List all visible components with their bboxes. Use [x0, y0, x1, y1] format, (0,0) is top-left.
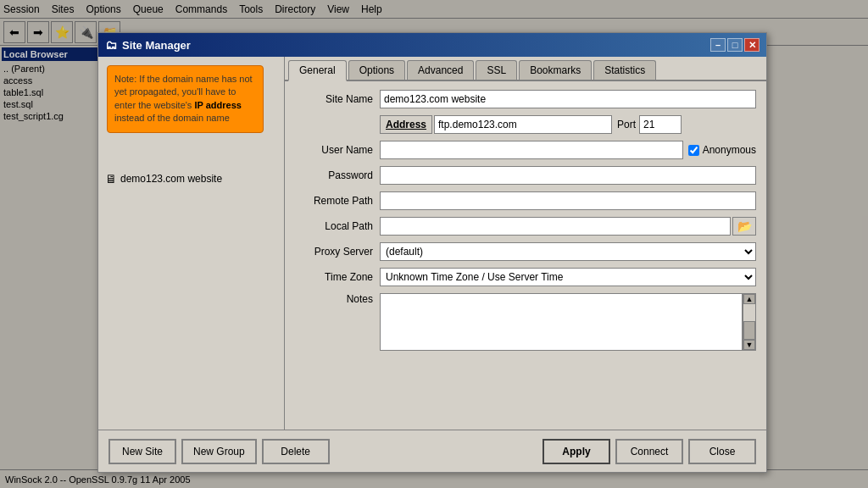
password-label: Password — [295, 169, 380, 181]
tab-bookmarks[interactable]: Bookmarks — [519, 60, 592, 80]
remote-path-input[interactable] — [380, 191, 756, 210]
tab-ssl[interactable]: SSL — [476, 60, 517, 80]
address-row: Address Port — [295, 115, 756, 134]
anonymous-label: Anonymous — [703, 144, 756, 156]
footer-right-buttons: Apply Connect Close — [542, 439, 756, 464]
site-name-label: Site Name — [295, 93, 380, 105]
close-titlebar-button[interactable]: ✕ — [744, 38, 760, 52]
close-button[interactable]: Close — [688, 439, 756, 464]
dialog-title: Site Manager — [122, 39, 709, 52]
tab-statistics[interactable]: Statistics — [593, 60, 656, 80]
maximize-button[interactable]: □ — [727, 38, 743, 52]
notes-row: Notes ▲ ▼ — [295, 293, 756, 351]
site-tree-item-label: demo123.com website — [120, 173, 222, 185]
timezone-row: Time Zone Unknown Time Zone / Use Server… — [295, 268, 756, 286]
form-area: Site Name Address Port User Name — [285, 81, 766, 366]
scrollbar-thumb — [743, 321, 755, 340]
password-row: Password — [295, 166, 756, 185]
local-path-row: Local Path 📂 — [295, 217, 756, 236]
address-button[interactable]: Address — [380, 115, 432, 134]
address-input[interactable] — [434, 115, 612, 134]
anonymous-checkbox[interactable] — [688, 145, 699, 156]
proxy-server-label: Proxy Server — [295, 246, 380, 258]
dialog-body: Note: If the domain name has not yet pro… — [98, 57, 766, 430]
delete-button[interactable]: Delete — [262, 439, 330, 464]
tab-general[interactable]: General — [288, 60, 347, 81]
remote-path-row: Remote Path — [295, 191, 756, 210]
port-input[interactable] — [639, 115, 682, 134]
site-tree-panel: Note: If the domain name has not yet pro… — [98, 57, 285, 430]
notes-wrap: ▲ ▼ — [380, 293, 756, 351]
dialog-footer: New Site New Group Delete Apply Connect … — [98, 430, 766, 472]
remote-path-label: Remote Path — [295, 195, 380, 207]
notes-label: Notes — [295, 293, 380, 305]
site-form-panel: General Options Advanced SSL Bookmarks S… — [285, 57, 766, 430]
tooltip-emphasis: IP address — [194, 100, 241, 110]
site-tree-item[interactable]: 🖥 demo123.com website — [102, 170, 281, 187]
tooltip-text: Note: If the domain name has not yet pro… — [114, 74, 253, 123]
username-row: User Name Anonymous — [295, 141, 756, 159]
anonymous-wrap: Anonymous — [688, 144, 756, 156]
port-label: Port — [617, 119, 636, 130]
dialog-icon: 🗂 — [105, 38, 117, 52]
local-path-label: Local Path — [295, 220, 380, 232]
dialog-titlebar: 🗂 Site Manager – □ ✕ — [98, 33, 766, 57]
footer-left-buttons: New Site New Group Delete — [108, 439, 330, 464]
username-label: User Name — [295, 144, 380, 156]
tab-options[interactable]: Options — [348, 60, 405, 80]
timezone-select[interactable]: Unknown Time Zone / Use Server Time UTC … — [380, 268, 756, 286]
timezone-label: Time Zone — [295, 271, 380, 283]
site-name-input[interactable] — [380, 90, 756, 108]
site-tree-icon: 🖥 — [105, 172, 117, 186]
site-manager-dialog: 🗂 Site Manager – □ ✕ Note: If the domain… — [97, 32, 767, 473]
proxy-server-row: Proxy Server (default) None Custom — [295, 242, 756, 261]
local-path-input[interactable] — [380, 217, 731, 236]
tooltip-box: Note: If the domain name has not yet pro… — [107, 65, 264, 133]
apply-button[interactable]: Apply — [542, 439, 610, 464]
new-group-button[interactable]: New Group — [181, 439, 257, 464]
password-input[interactable] — [380, 166, 756, 185]
tab-advanced[interactable]: Advanced — [407, 60, 474, 80]
new-site-button[interactable]: New Site — [108, 439, 176, 464]
tab-bar: General Options Advanced SSL Bookmarks S… — [285, 57, 766, 81]
browse-button[interactable]: 📂 — [732, 217, 756, 236]
notes-textarea[interactable] — [380, 293, 743, 351]
username-input[interactable] — [380, 141, 683, 159]
minimize-button[interactable]: – — [710, 38, 726, 52]
notes-scrollbar[interactable]: ▲ ▼ — [743, 293, 756, 351]
site-name-row: Site Name — [295, 90, 756, 108]
proxy-server-select[interactable]: (default) None Custom — [380, 242, 756, 261]
connect-button[interactable]: Connect — [615, 439, 683, 464]
